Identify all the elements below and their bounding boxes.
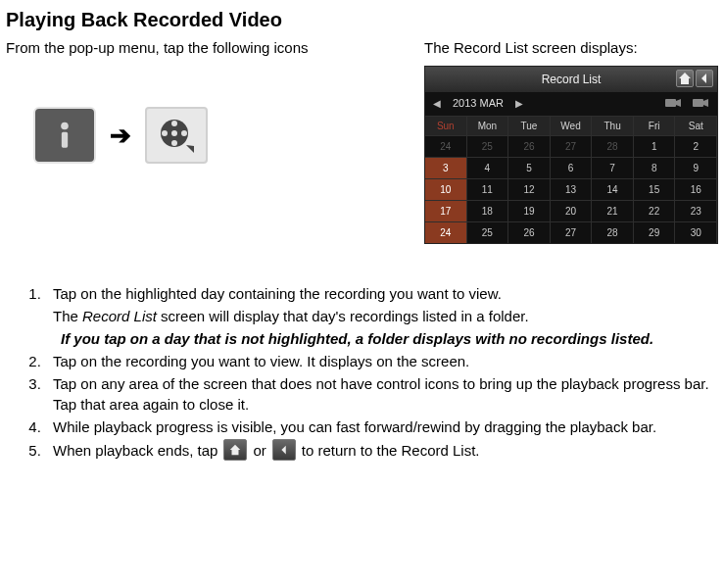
page-title: Playing Back Recorded Video [6,6,718,33]
film-reel-icon[interactable] [145,107,208,164]
calendar-row: 10111213141516 [425,178,717,200]
camera-1-icon[interactable] [664,96,682,110]
weekday-mon: Mon [467,116,509,135]
svg-point-6 [162,130,168,136]
calendar-day[interactable]: 25 [467,221,509,243]
calendar-row: 3456789 [425,157,717,178]
left-column: From the pop-up menu, tap the following … [6,37,424,244]
record-list-screenshot: Record List ◀ 2013 MAR ▶ [424,66,718,244]
calendar-day[interactable]: 7 [592,157,634,178]
right-column: The Record List screen displays: Record … [424,37,718,244]
calendar-day[interactable]: 2 [675,135,717,157]
intro-left: From the pop-up menu, tap the following … [6,37,405,58]
calendar-day[interactable]: 12 [508,178,551,200]
calendar-day[interactable]: 24 [425,135,467,157]
calendar-day[interactable]: 11 [467,178,509,200]
weekday-sat: Sat [675,116,717,135]
step-1-note: If you tap on a day that is not highligh… [53,328,718,349]
svg-point-4 [171,121,177,126]
step-1-text: Tap on the highlighted day containing th… [53,285,502,302]
instructions: Tap on the highlighted day containing th… [6,283,718,461]
weekday-wed: Wed [551,116,593,135]
calendar-day[interactable]: 4 [467,157,509,178]
calendar-day[interactable]: 29 [634,221,676,243]
calendar-day[interactable]: 5 [508,157,551,178]
calendar-day[interactable]: 27 [551,135,593,157]
calendar-body: 2425262728123456789101112131415161718192… [425,135,717,243]
record-list-titlebar: Record List [425,67,717,92]
calendar-row: 242526272812 [425,135,717,157]
step-1-sub-post: screen will display that day's recording… [157,308,529,324]
step-1-sub-em: Record List [82,308,157,324]
calendar-day[interactable]: 23 [675,200,717,221]
calendar-day[interactable]: 28 [592,135,634,157]
svg-point-7 [181,130,187,136]
calendar-day[interactable]: 20 [551,200,593,221]
info-icon[interactable] [33,107,96,164]
prev-month-icon[interactable]: ◀ [433,97,441,111]
svg-rect-1 [62,132,68,148]
home-icon-inline[interactable] [223,439,247,461]
camera-2-icon[interactable] [692,96,709,110]
month-label: 2013 MAR [453,96,504,111]
svg-rect-8 [665,99,676,107]
calendar-day[interactable]: 14 [592,178,634,200]
calendar-day[interactable]: 9 [675,157,717,178]
step-5: When playback ends, tap or to return to … [45,439,718,461]
step-5-pre: When playback ends, tap [53,440,217,461]
calendar-day[interactable]: 21 [592,200,634,221]
step-1-sub-pre: The [53,308,82,324]
calendar-day[interactable]: 24 [425,221,467,243]
svg-point-3 [171,130,177,136]
calendar-day[interactable]: 30 [675,221,717,243]
back-icon-inline[interactable] [272,439,296,461]
calendar-day[interactable]: 16 [675,178,717,200]
calendar-day[interactable]: 13 [551,178,593,200]
svg-point-5 [171,140,177,146]
calendar-day[interactable]: 18 [467,200,509,221]
calendar-day[interactable]: 26 [508,135,551,157]
weekday-fri: Fri [634,116,676,135]
calendar-day[interactable]: 15 [634,178,676,200]
next-month-icon[interactable]: ▶ [515,97,523,111]
step-5-or: or [253,440,265,461]
month-bar: ◀ 2013 MAR ▶ [425,92,717,116]
back-icon[interactable] [696,70,713,87]
step-3: Tap on any area of the screen that does … [45,373,718,415]
calendar-day[interactable]: 28 [592,221,634,243]
weekday-sun: Sun [425,116,467,135]
calendar-day[interactable]: 6 [551,157,593,178]
step-1-sub: The Record List screen will display that… [53,306,718,326]
calendar-day[interactable]: 17 [425,200,467,221]
icon-row: ➔ [33,107,405,164]
record-list-title: Record List [542,72,602,88]
weekday-tue: Tue [508,116,551,135]
weekday-thu: Thu [592,116,634,135]
svg-rect-9 [693,99,703,107]
calendar-day[interactable]: 25 [467,135,509,157]
calendar-day[interactable]: 3 [425,157,467,178]
step-5-post: to return to the Record List. [302,440,480,461]
step-1: Tap on the highlighted day containing th… [45,283,718,349]
step-4: While playback progress is visible, you … [45,416,718,437]
calendar-day[interactable]: 8 [634,157,676,178]
svg-point-0 [61,122,69,130]
home-icon[interactable] [676,70,694,87]
arrow-right-icon: ➔ [110,118,131,153]
calendar-day[interactable]: 10 [425,178,467,200]
calendar-row: 24252627282930 [425,221,717,243]
calendar-day[interactable]: 26 [508,221,551,243]
calendar-day[interactable]: 22 [634,200,676,221]
intro-right: The Record List screen displays: [424,37,718,58]
calendar-row: 17181920212223 [425,200,717,221]
calendar-day[interactable]: 19 [508,200,551,221]
top-row: From the pop-up menu, tap the following … [6,37,718,244]
calendar-day[interactable]: 27 [551,221,593,243]
calendar-day[interactable]: 1 [634,135,676,157]
step-2: Tap on the recording you want to view. I… [45,351,718,371]
weekday-header: Sun Mon Tue Wed Thu Fri Sat [425,116,717,135]
